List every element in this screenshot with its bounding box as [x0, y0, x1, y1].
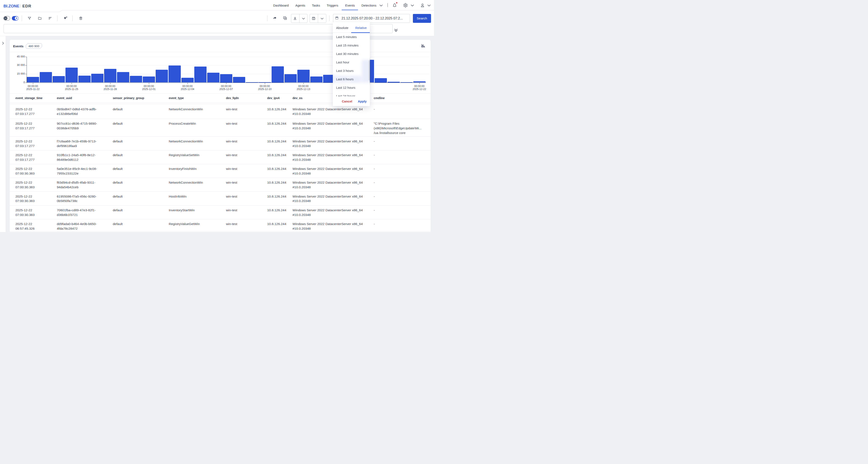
svg-text:480 900: 480 900 — [29, 45, 39, 48]
